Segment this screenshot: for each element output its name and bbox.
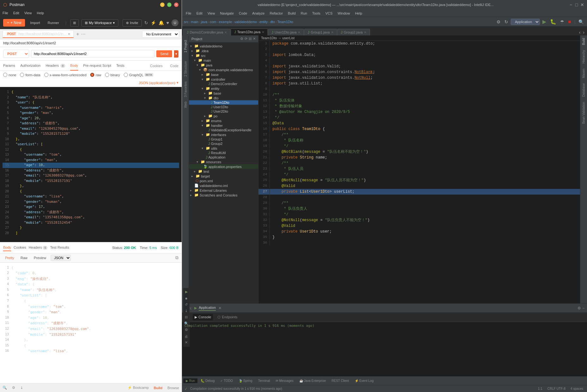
file-tab-team1dto[interactable]: J Team1Dto.java ✕ [231, 28, 268, 35]
tree-collapse-icon[interactable]: ⊟ [249, 37, 252, 41]
tree-item-interfaces[interactable]: ▾ 📁 interfaces [189, 132, 258, 137]
breadcrumb-example[interactable]: example [219, 20, 232, 24]
tree-item-demo1controller[interactable]: ▸ J Demo1Controller [189, 82, 258, 86]
code-link[interactable]: Code [170, 64, 178, 68]
tree-item-pomxml[interactable]: ▸ ⬡ pom.xml [189, 178, 258, 183]
new-tab-icon[interactable]: + [76, 31, 79, 37]
bootcamp-link[interactable]: ⚡ Bootcamp [128, 386, 149, 390]
run-settings-icon[interactable]: ⚙ [578, 306, 581, 310]
resp-tab-testresults[interactable]: Test Results [50, 244, 69, 251]
menu-edit[interactable]: Edit [195, 11, 204, 16]
run-config-tab[interactable]: Application [199, 306, 216, 311]
environment-select[interactable]: No Environment [142, 31, 179, 38]
tree-item-application[interactable]: ▸ J Application [189, 155, 258, 159]
breadcrumb-main[interactable]: main [191, 20, 198, 24]
ide-settings-icon[interactable]: ⚙ [495, 19, 502, 25]
copy-response-icon[interactable]: ⧉ [175, 255, 178, 260]
tab-close-icon[interactable]: ✕ [262, 30, 264, 34]
tree-item-handler[interactable]: ▾ 📁 handler [189, 123, 258, 128]
maximize-button[interactable]: □ [167, 3, 172, 7]
subtab-headers[interactable]: Headers 9 [46, 61, 65, 71]
option-none[interactable]: none [3, 73, 16, 77]
menu-build[interactable]: Build [286, 11, 297, 16]
breadcrumb-dto[interactable]: dto [270, 20, 275, 24]
menu-analyze[interactable]: Analyze [250, 11, 266, 16]
resp-tab-headers[interactable]: Headers 5 [29, 244, 48, 251]
request-body-editor[interactable]: 1{ 2 "name": "队伍名称", 3 "user": { 4 "user… [0, 87, 182, 242]
run-close-icon[interactable]: ✕ [218, 306, 222, 310]
tree-item-resources[interactable]: ▾ 📁 resources [189, 159, 258, 164]
menu-help[interactable]: Help [37, 11, 44, 15]
subtab-authorization[interactable]: Authorization [20, 61, 41, 71]
tab-scroll-left-icon[interactable]: ‹ [578, 29, 582, 35]
tree-item-validatedexception[interactable]: ▸ J ValidatedExceptionHandle [189, 128, 258, 132]
menu-edit[interactable]: Edit [13, 11, 19, 15]
statusbar-spring-tab[interactable]: 🍃 Spring [236, 378, 255, 383]
json-format-select[interactable]: JSON (application/json) ▾ [139, 81, 178, 85]
ide-debug-button[interactable]: 🐛 [549, 18, 558, 25]
statusbar-todo-tab[interactable]: ✓ TODO [218, 378, 235, 383]
download-icon[interactable]: ⤓ [20, 386, 23, 390]
statusbar-terminal-tab[interactable]: Terminal [255, 378, 272, 383]
menu-navigate[interactable]: Navigate [218, 11, 235, 16]
browse-link[interactable]: Browse [167, 386, 179, 390]
status-encoding[interactable]: CRLF UTF-8 [546, 387, 567, 390]
tree-item-idea[interactable]: ▸ 📁 .idea [189, 48, 258, 53]
option-raw[interactable]: raw [90, 73, 101, 77]
request-tab-main[interactable]: POST http://localhost:8080/api/v1/in... … [3, 30, 74, 38]
tab-close-icon[interactable]: ✕ [298, 31, 300, 34]
run-config-select[interactable]: Application [511, 19, 540, 25]
import-button[interactable]: Import [28, 20, 42, 26]
tree-item-main[interactable]: ▾ 📁 main [189, 58, 258, 63]
tree-item-java[interactable]: ▾ 📁 java [189, 63, 258, 67]
menu-window[interactable]: Window [336, 11, 352, 16]
ide-coverage-button[interactable]: ☂ [559, 19, 565, 25]
run-minimize-icon[interactable]: − [582, 306, 584, 310]
tree-item-test[interactable]: ▸ 📁 test [189, 169, 258, 174]
statusbar-event-log-tab[interactable]: ⚡ Event Log [352, 378, 376, 383]
option-formdata[interactable]: form-data [20, 73, 40, 77]
send-button[interactable]: Send [156, 50, 172, 57]
ide-editor[interactable]: 1package com.example.validateddemo.entit… [259, 41, 580, 303]
tree-item-group2[interactable]: ▸ J Group2 [189, 141, 258, 146]
tree-item-scratches[interactable]: ▸ 📁 Scratches and Consoles [189, 193, 258, 197]
tree-item-dto[interactable]: ▾ 📁 dto [189, 96, 258, 100]
option-binary[interactable]: binary [105, 73, 120, 77]
tree-item-resultutil[interactable]: ▸ J ResultUtil [189, 151, 258, 155]
tree-expand-icon[interactable]: ⟳ [245, 37, 247, 41]
run-stop-icon[interactable]: ■ [184, 296, 189, 301]
new-button[interactable]: + + New [3, 19, 25, 27]
format-type-select[interactable]: JSON [51, 255, 71, 261]
tree-item-appprops[interactable]: ▸ 🍃 application.properties [189, 164, 258, 169]
tree-item-base[interactable]: ▸ 📁 base [189, 72, 258, 77]
menu-vcs[interactable]: VCS [323, 11, 334, 16]
tree-item-pkg[interactable]: ▾ 📦 com.example.validateddemo [189, 67, 258, 72]
tab-menu-icon[interactable]: ⋯ [81, 32, 85, 37]
method-select[interactable]: POST GET PUT DELETE [3, 50, 29, 58]
format-pretty[interactable]: Pretty [3, 255, 16, 260]
workspace-button[interactable]: ⊞ My Workspace ▾ [81, 19, 119, 27]
menu-file[interactable]: File [184, 11, 193, 16]
build-label[interactable]: Build [582, 35, 585, 47]
cookies-link[interactable]: Cookies [150, 64, 163, 68]
database-label[interactable]: Database [582, 81, 585, 99]
tree-item-user1dto[interactable]: ▸ J User1Dto [189, 105, 258, 109]
send-dropdown-button[interactable]: ▾ [174, 50, 178, 58]
minimize-button[interactable]: − [160, 3, 165, 7]
tree-item-src[interactable]: ▾ 📁 src [189, 53, 258, 58]
run-filter-icon[interactable]: ⊟ [184, 314, 189, 320]
tree-item-entity[interactable]: ▾ 📁 entity [189, 86, 258, 91]
statusbar-run-tab[interactable]: ▶ Run [183, 378, 197, 383]
option-urlencoded[interactable]: x-www-form-urlencoded [44, 73, 87, 77]
statusbar-rest-client-tab[interactable]: REST Client [329, 378, 352, 383]
run-play-icon[interactable]: ▶ [184, 289, 189, 295]
tree-close-icon[interactable]: ✕ [253, 37, 256, 41]
runner-button[interactable]: Runner [45, 20, 62, 26]
tree-item-team1dto[interactable]: ▸ J Team1Dto [189, 100, 258, 105]
tab-close-icon[interactable]: ✕ [331, 31, 334, 34]
bean-validation-label[interactable]: Bean Validation [582, 99, 585, 126]
file-tab-group1[interactable]: J Group1.java ✕ [304, 29, 337, 35]
tab-close-icon[interactable]: ✕ [68, 32, 70, 36]
tree-item-user2dto[interactable]: ▸ J User2Dto [189, 109, 258, 114]
ide-stop-button[interactable]: ■ [567, 18, 572, 25]
